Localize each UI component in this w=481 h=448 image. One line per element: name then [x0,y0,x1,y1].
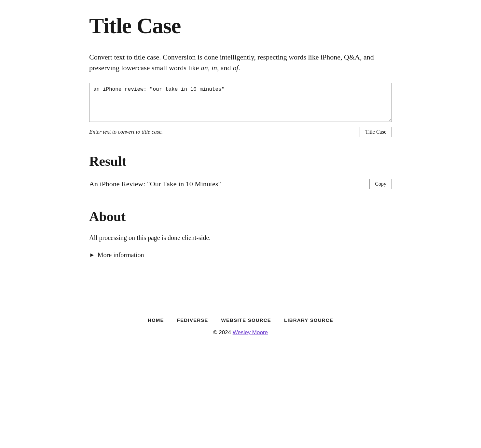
about-heading: About [89,209,392,224]
footer-nav-fediverse[interactable]: FEDIVERSE [177,317,208,323]
italic-in: in [212,64,217,72]
footer-copyright: © 2024 Wesley Moore [7,329,474,336]
italic-an: an [201,64,208,72]
italic-of: of [233,64,238,72]
footer: HOME FEDIVERSE WEBSITE SOURCE LIBRARY SO… [0,304,481,352]
text-input[interactable]: an iPhone review: "our take in 10 minute… [89,83,392,122]
result-heading: Result [89,153,392,169]
about-section: About All processing on this page is don… [89,209,392,259]
about-description: All processing on this page is done clie… [89,234,392,242]
footer-nav-website-source[interactable]: WEBSITE SOURCE [221,317,271,323]
page-description: Convert text to title case. Conversion i… [89,52,392,73]
footer-nav-library-source[interactable]: LIBRARY SOURCE [284,317,333,323]
input-footer: Enter text to convert to title case. Tit… [89,127,392,137]
author-link[interactable]: Wesley Moore [233,329,268,336]
copyright-text: © 2024 [213,329,233,336]
footer-nav: HOME FEDIVERSE WEBSITE SOURCE LIBRARY SO… [7,317,474,323]
title-case-button[interactable]: Title Case [360,127,392,137]
input-section: an iPhone review: "our take in 10 minute… [89,83,392,124]
footer-nav-home[interactable]: HOME [148,317,164,323]
copy-button[interactable]: Copy [369,179,392,189]
page-title: Title Case [89,13,392,39]
result-section: Result An iPhone Review: "Our Take in 10… [89,153,392,189]
more-info-label: More information [98,251,144,259]
result-text: An iPhone Review: "Our Take in 10 Minute… [89,180,363,188]
more-info-toggle[interactable]: ► More information [89,251,392,259]
more-info-arrow-icon: ► [89,252,95,258]
input-hint: Enter text to convert to title case. [89,129,163,135]
result-row: An iPhone Review: "Our Take in 10 Minute… [89,179,392,189]
